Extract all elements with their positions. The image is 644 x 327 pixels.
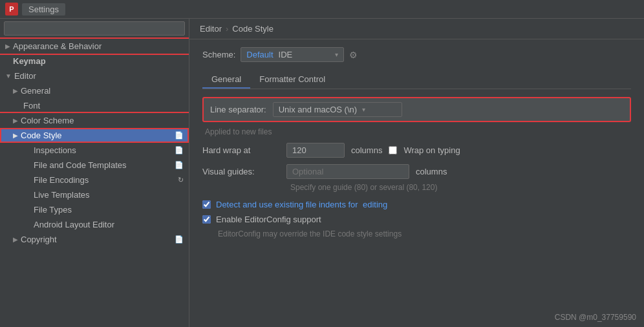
search-input[interactable] [4, 21, 185, 36]
sidebar-item-label: Live Templates [34, 190, 89, 200]
tab-formatter[interactable]: Formatter Control [250, 71, 334, 89]
expand-arrow-icon: ▼ [5, 72, 12, 79]
template-icon: 📄 [175, 146, 184, 154]
content-area: Editor › Code Style Scheme: Default IDE … [189, 19, 644, 327]
scheme-label: Scheme: [202, 50, 235, 59]
tabs-bar: General Formatter Control [202, 71, 631, 89]
wrap-on-typing-label: Wrap on typing [403, 145, 460, 155]
sidebar-item-label: Font [23, 101, 40, 111]
sidebar-item-file-encodings[interactable]: File Encodings ↻ [0, 173, 189, 187]
app-title: Settings [22, 3, 65, 16]
breadcrumb-part1: Editor [200, 24, 222, 34]
sidebar-item-label: General [21, 86, 50, 96]
sidebar-item-code-style[interactable]: ▶ Code Style 📄 [0, 128, 189, 143]
sidebar-item-label: File and Code Templates [34, 160, 127, 170]
sidebar-item-android-layout[interactable]: Android Layout Editor [0, 217, 189, 232]
sidebar-item-label: Editor [14, 71, 36, 81]
visual-guides-row: Visual guides: columns [202, 164, 631, 179]
wrap-on-typing-checkbox[interactable] [389, 146, 397, 154]
sidebar-item-editor[interactable]: ▼ Editor [0, 69, 189, 83]
editor-config-checkbox[interactable] [202, 215, 211, 224]
detect-indents-row: Detect and use existing file indents for… [202, 200, 631, 209]
editor-config-row: Enable EditorConfig support [202, 215, 631, 224]
sidebar-item-label: Android Layout Editor [34, 220, 114, 229]
sidebar-item-color-scheme[interactable]: ▶ Color Scheme [0, 113, 189, 128]
expand-arrow-icon: ▶ [13, 87, 18, 94]
visual-guides-hint: Specify one guide (80) or several (80, 1… [202, 183, 631, 192]
template-icon: 📄 [175, 235, 184, 244]
sidebar-item-font[interactable]: Font [0, 98, 189, 113]
line-separator-row: Line separator: Unix and macOS (\n) ▾ [202, 97, 631, 122]
visual-guides-unit: columns [416, 167, 447, 176]
hard-wrap-label: Hard wrap at [202, 145, 280, 155]
sidebar-item-file-code-templates[interactable]: File and Code Templates 📄 [0, 158, 189, 173]
sidebar-item-label: Inspections [34, 145, 76, 155]
scheme-suffix: IDE [279, 50, 293, 59]
expand-arrow-icon: ▶ [13, 117, 18, 124]
scheme-dropdown[interactable]: Default IDE ▾ [241, 47, 344, 62]
sidebar-item-live-templates[interactable]: Live Templates [0, 187, 189, 202]
detect-indents-checkbox[interactable] [202, 200, 211, 209]
sidebar-item-appearance[interactable]: ▶ Appearance & Behavior [0, 39, 189, 54]
sidebar: ▶ Appearance & Behavior Keymap ▼ Editor … [0, 19, 189, 327]
chevron-down-icon: ▾ [335, 51, 338, 58]
breadcrumb: Editor › Code Style [189, 19, 644, 39]
editor-config-subtext: EditorConfig may override the IDE code s… [218, 229, 631, 238]
sidebar-item-label: Copyright [21, 235, 57, 244]
main-layout: ▶ Appearance & Behavior Keymap ▼ Editor … [0, 19, 644, 327]
template-icon: ↻ [178, 176, 184, 184]
sidebar-item-keymap[interactable]: Keymap [0, 54, 189, 69]
template-icon: 📄 [175, 161, 184, 169]
hard-wrap-row: Hard wrap at columns Wrap on typing [202, 143, 631, 158]
sidebar-item-label: File Encodings [34, 175, 89, 185]
gear-icon[interactable]: ⚙ [349, 50, 358, 60]
sidebar-item-file-types[interactable]: File Types [0, 202, 189, 217]
visual-guides-input[interactable] [286, 164, 409, 179]
sidebar-item-label: Appearance & Behavior [13, 41, 102, 51]
line-separator-value: Unix and macOS (\n) [279, 105, 357, 114]
template-icon: 📄 [175, 131, 184, 140]
title-bar: P Settings [0, 0, 644, 19]
sidebar-item-label: Code Style [21, 131, 62, 140]
columns-unit: columns [351, 145, 382, 155]
tab-general[interactable]: General [202, 71, 250, 89]
hard-wrap-input[interactable] [286, 143, 345, 158]
sidebar-item-copyright[interactable]: ▶ Copyright 📄 [0, 232, 189, 247]
editor-config-label: Enable EditorConfig support [216, 215, 321, 224]
watermark: CSDN @m0_37759590 [555, 313, 636, 322]
breadcrumb-part2: Code Style [232, 24, 274, 34]
app-logo: P [5, 3, 18, 16]
sidebar-item-label: File Types [34, 205, 72, 215]
line-separator-dropdown[interactable]: Unix and macOS (\n) ▾ [273, 102, 402, 117]
sidebar-item-inspections[interactable]: Inspections 📄 [0, 143, 189, 158]
sidebar-item-label: Keymap [13, 56, 46, 66]
chevron-down-icon: ▾ [362, 106, 365, 113]
detect-indents-label: Detect and use existing file indents for… [216, 200, 387, 209]
applied-text: Applied to new files [202, 127, 631, 136]
sidebar-item-label: Color Scheme [21, 116, 74, 125]
expand-arrow-icon: ▶ [13, 132, 18, 139]
content-inner: Scheme: Default IDE ▾ ⚙ General Formatte… [189, 39, 644, 327]
expand-arrow-icon: ▶ [13, 236, 18, 243]
breadcrumb-separator: › [226, 24, 228, 34]
sidebar-item-general[interactable]: ▶ General [0, 83, 189, 98]
search-bar [0, 19, 189, 39]
scheme-value: Default [246, 50, 273, 59]
expand-arrow-icon: ▶ [5, 43, 10, 50]
visual-guides-label: Visual guides: [202, 167, 280, 176]
scheme-row: Scheme: Default IDE ▾ ⚙ [202, 47, 631, 62]
line-separator-label: Line separator: [210, 105, 266, 114]
